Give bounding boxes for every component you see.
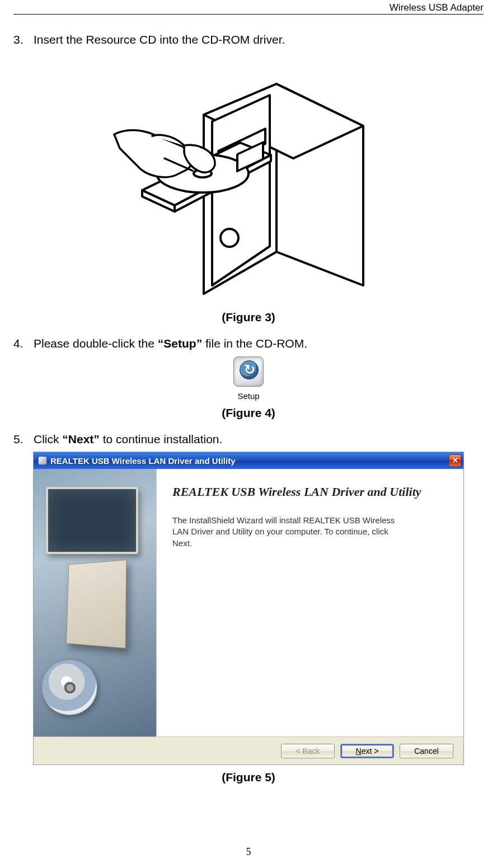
step-4-number: 4. <box>13 335 34 351</box>
installer-button-row: < Back Next > Cancel <box>34 736 463 764</box>
installer-main-panel: REALTEK USB Wireless LAN Driver and Util… <box>157 469 463 736</box>
next-button-rest: ext > <box>362 747 379 756</box>
cd-icon <box>41 659 97 715</box>
running-header: Wireless USB Adapter <box>390 2 484 13</box>
close-icon[interactable]: ✕ <box>449 454 461 467</box>
figure-3-caption: (Figure 3) <box>13 311 484 324</box>
next-button[interactable]: Next > <box>340 744 394 758</box>
step-3-number: 3. <box>13 31 34 48</box>
svg-point-2 <box>221 229 238 247</box>
step-5-text: Click “Next” to continue installation. <box>34 431 484 447</box>
figure-5-caption: (Figure 5) <box>13 771 484 784</box>
monitor-icon <box>46 487 138 554</box>
figure-4-caption: (Figure 4) <box>13 406 484 420</box>
installer-title: REALTEK USB Wireless LAN Driver and Util… <box>50 456 235 466</box>
installer-icon <box>233 356 264 387</box>
installer-window: REALTEK USB Wireless LAN Driver and Util… <box>33 452 464 765</box>
figure-4-illustration: Setup <box>13 356 484 401</box>
installer-heading: REALTEK USB Wireless LAN Driver and Util… <box>172 485 446 499</box>
step-4-pre: Please double-click the <box>34 337 158 350</box>
installer-body-text: The InstallShield Wizard will install RE… <box>172 515 407 549</box>
step-4-bold: “Setup” <box>158 337 202 350</box>
step-5-number: 5. <box>13 431 34 447</box>
header-rule <box>13 14 484 15</box>
back-button: < Back <box>281 744 335 758</box>
window-icon <box>38 456 47 465</box>
software-box-icon <box>66 560 126 649</box>
step-4-text: Please double-click the “Setup” file in … <box>34 335 484 351</box>
step-3-text: Insert the Resource CD into the CD-ROM d… <box>34 31 484 48</box>
step-4-post: file in the CD-ROM. <box>202 337 307 350</box>
figure-3-illustration <box>109 53 388 305</box>
step-4: 4. Please double-click the “Setup” file … <box>13 335 484 351</box>
step-5: 5. Click “Next” to continue installation… <box>13 431 484 447</box>
step-5-post: to continue installation. <box>100 433 222 445</box>
step-5-pre: Click <box>34 433 62 445</box>
installer-titlebar: REALTEK USB Wireless LAN Driver and Util… <box>34 452 463 469</box>
cancel-button[interactable]: Cancel <box>400 744 453 758</box>
step-3: 3. Insert the Resource CD into the CD-RO… <box>13 31 484 48</box>
setup-icon-label: Setup <box>13 391 484 401</box>
page-number: 5 <box>0 846 497 858</box>
installer-side-image <box>34 469 157 736</box>
step-5-bold: “Next” <box>62 433 100 445</box>
